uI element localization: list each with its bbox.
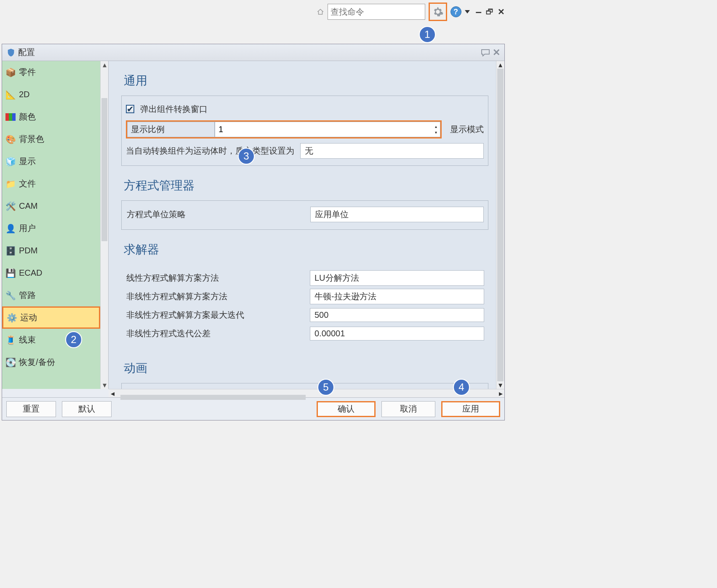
sidebar-item-user[interactable]: 👤用户 <box>2 217 100 239</box>
scale-spinner[interactable]: ▴▾ <box>215 122 440 137</box>
sidebar-item-cam[interactable]: 🛠️CAM <box>2 195 100 217</box>
sidebar-item-motion[interactable]: ⚙️运动 <box>2 306 100 329</box>
part-icon: 📦 <box>5 67 16 77</box>
minimize-icon[interactable]: – <box>476 5 482 19</box>
cancel-button[interactable]: 取消 <box>381 401 435 417</box>
scroll-up-icon[interactable]: ▴ <box>101 61 108 69</box>
spinner-down-icon[interactable]: ▾ <box>432 130 440 136</box>
dialog-close-icon[interactable]: ✕ <box>493 47 500 58</box>
nonlinear-label: 非线性方程式解算方案方法 <box>125 291 307 302</box>
sidebar-item-pipe[interactable]: 🔧管路 <box>2 284 100 306</box>
unit-strategy-label: 方程式单位策略 <box>126 209 307 220</box>
sidebar-item-pdm[interactable]: 🗄️PDM <box>2 239 100 262</box>
sidebar-item-label: 颜色 <box>19 111 36 122</box>
annotation-badge-5: 5 <box>317 379 334 396</box>
autoconvert-value[interactable]: 无 <box>300 143 484 159</box>
category-sidebar: 📦零件 📐2D 颜色 🎨背景色 🧊显示 📁文件 🛠️CAM 👤用户 🗄️PDM … <box>2 61 100 389</box>
section-animation: ✔ 隐藏播放动画时不参与运动的模型 <box>121 383 488 389</box>
maxiter-label: 非线性方程式解算方案最大迭代 <box>125 309 307 321</box>
folder-icon: 📁 <box>5 179 16 189</box>
section-title-eqmgr: 方程式管理器 <box>121 166 488 200</box>
scroll-left-icon[interactable]: ◂ <box>109 389 116 398</box>
spinner-up-icon[interactable]: ▴ <box>432 124 440 130</box>
sidebar-item-color[interactable]: 颜色 <box>2 106 100 128</box>
sidebar-item-file[interactable]: 📁文件 <box>2 173 100 195</box>
command-search[interactable] <box>328 4 425 20</box>
section-solver: 线性方程式解算方案方法 LU分解方法 非线性方程式解算方案方法 牛顿-拉夫逊方法… <box>121 264 488 349</box>
sidebar-item-label: 用户 <box>19 223 36 234</box>
app-topbar: ? – 🗗 ✕ <box>0 0 506 24</box>
popup-checkbox[interactable]: ✔ <box>126 105 134 113</box>
box-icon: 🧊 <box>5 157 16 167</box>
scroll-thumb[interactable] <box>497 69 504 381</box>
display-mode-label: 显示模式 <box>442 124 484 135</box>
gear-icon <box>432 6 444 18</box>
sidebar-item-label: 管路 <box>19 290 36 301</box>
shield-icon <box>6 48 16 57</box>
restore-icon[interactable]: 🗗 <box>486 8 493 16</box>
sidebar-item-label: 恢复/备份 <box>19 357 55 368</box>
help-icon[interactable]: ? <box>450 6 461 17</box>
autoconvert-label: 当自动转换组件为运动体时，质心类型设置为 <box>126 145 294 157</box>
tol-value[interactable]: 0.00001 <box>310 327 484 341</box>
sidebar-item-label: 零件 <box>19 67 36 78</box>
ok-button[interactable]: 确认 <box>317 401 376 417</box>
settings-button[interactable] <box>429 3 447 21</box>
user-icon: 👤 <box>5 223 16 234</box>
dialog-footer: 重置 默认 确认 取消 应用 <box>2 397 504 420</box>
sidebar-item-backup[interactable]: 💽恢复/备份 <box>2 351 100 373</box>
draft-icon: 📐 <box>5 90 16 100</box>
scroll-up-icon[interactable]: ▴ <box>496 61 504 69</box>
sidebar-item-label: 2D <box>19 90 30 99</box>
scale-label: 显示比例 <box>127 122 215 137</box>
scroll-down-icon[interactable]: ▾ <box>496 381 504 389</box>
scroll-right-icon[interactable]: ▸ <box>497 389 504 398</box>
settings-content: 通用 ✔ 弹出组件转换窗口 显示比例 <box>109 61 496 389</box>
color-icon <box>5 112 16 122</box>
sidebar-item-label: PDM <box>19 246 37 255</box>
horizontal-scrollbar[interactable]: ◂ ▸ <box>109 389 504 397</box>
backup-icon: 💽 <box>5 357 16 367</box>
scroll-track[interactable] <box>101 69 108 381</box>
section-eqmgr: 方程式单位策略 应用单位 <box>121 200 488 230</box>
sidebar-item-harness[interactable]: 🧵线束 <box>2 329 100 351</box>
sidebar-item-display[interactable]: 🧊显示 <box>2 150 100 173</box>
scale-input[interactable] <box>215 123 432 136</box>
close-icon[interactable]: ✕ <box>498 7 505 17</box>
annotation-badge-1: 1 <box>419 26 436 43</box>
sidebar-scrollbar[interactable]: ▴ ▾ <box>100 61 108 389</box>
palette-icon: 🎨 <box>5 134 16 144</box>
maxiter-value[interactable]: 500 <box>310 308 484 322</box>
pipe-icon: 🔧 <box>5 290 16 301</box>
sidebar-item-label: 线束 <box>19 334 36 346</box>
pdm-icon: 🗄️ <box>5 246 16 256</box>
config-dialog: 配置 ✕ 📦零件 📐2D 颜色 🎨背景色 🧊显示 📁文件 🛠️CAM 👤用户 🗄… <box>2 44 505 420</box>
sidebar-item-part[interactable]: 📦零件 <box>2 61 100 83</box>
cam-icon: 🛠️ <box>5 201 16 211</box>
search-input[interactable] <box>331 7 437 17</box>
feedback-icon[interactable] <box>481 49 490 56</box>
popup-checkbox-label: 弹出组件转换窗口 <box>140 104 208 115</box>
linear-value[interactable]: LU分解方法 <box>310 270 484 286</box>
unit-strategy-value[interactable]: 应用单位 <box>310 207 484 222</box>
reset-button[interactable]: 重置 <box>6 401 56 417</box>
default-button[interactable]: 默认 <box>62 401 112 417</box>
sidebar-item-ecad[interactable]: 💾ECAD <box>2 262 100 284</box>
help-dropdown-icon[interactable] <box>465 10 470 13</box>
sidebar-item-label: 运动 <box>20 312 37 323</box>
sidebar-item-bgcolor[interactable]: 🎨背景色 <box>2 128 100 150</box>
sidebar-item-2d[interactable]: 📐2D <box>2 83 100 106</box>
annotation-badge-2: 2 <box>65 331 82 348</box>
scroll-down-icon[interactable]: ▾ <box>101 381 108 389</box>
nonlinear-value[interactable]: 牛顿-拉夫逊方法 <box>310 289 484 304</box>
annotation-badge-4: 4 <box>453 379 470 396</box>
motion-icon: ⚙️ <box>7 313 17 323</box>
linear-label: 线性方程式解算方案方法 <box>125 272 307 284</box>
ecad-icon: 💾 <box>5 268 16 278</box>
sidebar-item-label: 背景色 <box>19 133 44 145</box>
home-icon[interactable] <box>317 8 324 16</box>
apply-button[interactable]: 应用 <box>441 401 500 417</box>
content-scrollbar[interactable]: ▴ ▾ <box>496 61 504 389</box>
tol-label: 非线性方程式迭代公差 <box>125 328 307 339</box>
sidebar-item-label: 文件 <box>19 178 36 189</box>
